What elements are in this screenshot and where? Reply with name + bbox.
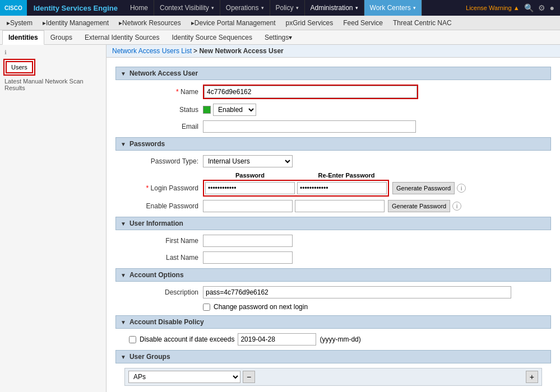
nav-administration[interactable]: Administration▾ — [305, 0, 364, 16]
nav-home[interactable]: Home — [124, 0, 154, 16]
password-type-row: Password Type: Internal Users External — [115, 155, 551, 167]
disable-account-checkbox[interactable] — [129, 336, 136, 343]
login-info-button[interactable]: i — [457, 184, 466, 193]
breadcrumb-separator: > — [193, 47, 199, 55]
collapse-icon: ▼ — [121, 221, 126, 227]
breadcrumb-list-link[interactable]: Network Access Users List — [112, 47, 192, 55]
enable-password-row: Enable Password Generate Password i — [115, 200, 551, 212]
info-icon: ℹ — [4, 49, 101, 55]
add-group-button[interactable]: + — [526, 371, 538, 383]
breadcrumb-current: New Network Access User — [199, 47, 283, 55]
group-select[interactable]: APs — [128, 371, 240, 383]
password-type-select[interactable]: Internal Users External — [203, 155, 293, 167]
passwords-title: Passwords — [129, 140, 165, 148]
nav-system[interactable]: ▸ System — [2, 16, 37, 30]
third-nav: Identities Groups External Identity Sour… — [0, 30, 560, 45]
enable-password-inputs — [203, 200, 385, 212]
network-access-user-section[interactable]: ▼ Network Access User — [115, 67, 551, 80]
description-label: Description — [124, 288, 203, 296]
section-title: Network Access User — [129, 69, 198, 77]
search-icon[interactable]: 🔍 — [524, 3, 534, 12]
tab-identity-source-sequences[interactable]: Identity Source Sequences — [165, 30, 258, 45]
name-input[interactable] — [204, 86, 417, 98]
settings-icon[interactable]: ⚙ — [538, 3, 545, 12]
collapse-icon: ▼ — [121, 319, 126, 325]
license-warning[interactable]: License Warning ▲ — [466, 4, 519, 11]
name-row: Name — [115, 85, 551, 99]
account-disable-section[interactable]: ▼ Account Disable Policy — [115, 315, 551, 329]
status-dropdown[interactable]: Enabled Disabled — [213, 104, 256, 116]
status-select-area: Enabled Disabled — [203, 104, 256, 116]
change-password-label: Change password on next login — [214, 303, 308, 311]
password-type-label: Password Type: — [124, 157, 203, 165]
tab-settings[interactable]: Settings ▾ — [258, 30, 298, 45]
nav-work-centers[interactable]: Work Centers▾ — [364, 0, 422, 16]
description-row: Description — [115, 286, 551, 298]
date-format-hint: (yyyy-mm-dd) — [320, 335, 360, 343]
enable-generate-button[interactable]: Generate Password — [388, 200, 450, 212]
status-checkbox[interactable] — [203, 106, 211, 114]
email-input[interactable] — [203, 120, 416, 133]
tab-external-identity-sources[interactable]: External Identity Sources — [78, 30, 165, 45]
sidebar-scan-results-link[interactable]: Latest Manual Network Scan Results — [2, 77, 104, 92]
chevron-down-icon: ▾ — [355, 5, 358, 11]
passwords-section[interactable]: ▼ Passwords — [115, 137, 551, 151]
enable-password-label: Enable Password — [124, 202, 203, 210]
last-name-input[interactable] — [203, 251, 293, 264]
app-title: Identity Services Engine — [27, 4, 124, 12]
login-password-input[interactable] — [205, 182, 295, 194]
login-password-label: Login Password — [124, 184, 203, 192]
user-info-title: User Information — [129, 220, 183, 227]
user-groups-title: User Groups — [129, 353, 170, 361]
collapse-icon: ▼ — [121, 272, 126, 278]
disable-account-row: Disable account if date exceeds (yyyy-mm… — [115, 333, 551, 346]
user-icon[interactable]: ● — [550, 3, 554, 12]
tab-identities[interactable]: Identities — [2, 30, 44, 45]
nav-operations[interactable]: Operations▾ — [220, 0, 270, 16]
disable-date-input[interactable] — [238, 333, 316, 346]
nav-device-portal[interactable]: ▸ Device Portal Management — [187, 16, 280, 30]
nav-feed-service[interactable]: Feed Service — [339, 16, 387, 30]
login-password-reenter-input[interactable] — [297, 182, 387, 194]
nav-identity-mgmt[interactable]: ▸ Identity Management — [38, 16, 113, 30]
change-password-row: Change password on next login — [115, 303, 551, 311]
nav-policy[interactable]: Policy▾ — [270, 0, 305, 16]
remove-group-button[interactable]: − — [243, 371, 255, 383]
account-options-section[interactable]: ▼ Account Options — [115, 268, 551, 282]
first-name-label: First Name — [124, 237, 203, 245]
disable-account-label: Disable account if date exceeds — [140, 335, 234, 343]
nav-context-visibility[interactable]: Context Visibility▾ — [154, 0, 220, 16]
change-password-checkbox[interactable] — [203, 304, 210, 311]
chevron-down-icon: ▾ — [211, 5, 214, 11]
enable-info-button[interactable]: i — [452, 202, 461, 211]
description-input[interactable] — [203, 286, 511, 298]
tab-groups[interactable]: Groups — [44, 30, 78, 45]
login-password-row: Login Password Generate Password i — [115, 180, 551, 197]
nav-pxgrid[interactable]: pxGrid Services — [281, 16, 338, 30]
groups-row: APs − + — [124, 368, 542, 386]
status-label: Status — [124, 106, 203, 114]
cisco-logo: CISCO — [0, 0, 27, 16]
login-generate-button[interactable]: Generate Password — [392, 182, 455, 194]
password-col-header: Password — [203, 172, 297, 179]
chevron-down-icon: ▾ — [413, 5, 416, 11]
email-label: Email — [124, 123, 203, 130]
first-name-input[interactable] — [203, 235, 293, 247]
nav-threat-centric[interactable]: Threat Centric NAC — [388, 16, 456, 30]
top-nav: Home Context Visibility▾ Operations▾ Pol… — [124, 0, 460, 16]
content-area: Network Access Users List > New Network … — [107, 45, 560, 392]
nav-right-area: License Warning ▲ 🔍 ⚙ ● — [460, 3, 560, 12]
collapse-icon: ▼ — [121, 354, 126, 360]
enable-password-input[interactable] — [203, 200, 293, 212]
name-label: Name — [124, 88, 203, 96]
collapse-icon: ▼ — [121, 71, 126, 77]
sidebar-users-button[interactable]: Users — [6, 61, 33, 73]
account-options-title: Account Options — [129, 271, 184, 279]
reenter-col-header: Re-Enter Password — [299, 172, 394, 179]
chevron-down-icon: ▾ — [296, 5, 299, 11]
user-groups-section[interactable]: ▼ User Groups — [115, 350, 551, 363]
enable-password-reenter-input[interactable] — [295, 200, 385, 212]
user-info-section[interactable]: ▼ User Information — [115, 217, 551, 230]
last-name-label: Last Name — [124, 254, 203, 262]
nav-network-resources[interactable]: ▸ Network Resources — [114, 16, 186, 30]
